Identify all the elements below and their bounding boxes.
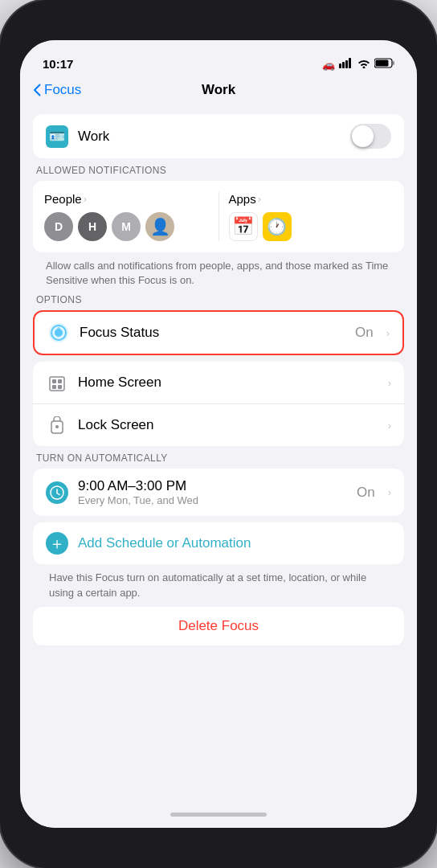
notif-description: Allow calls and notifications from peopl…	[46, 259, 391, 288]
svg-rect-11	[50, 377, 64, 391]
work-icon: 🪪	[46, 125, 68, 148]
wifi-icon	[357, 59, 370, 71]
car-icon: 🚗	[322, 59, 335, 71]
svg-rect-15	[58, 385, 62, 389]
options-label: OPTIONS	[33, 294, 404, 310]
home-indicator	[20, 800, 417, 828]
add-schedule-label: Add Schedule or Automation	[78, 535, 251, 551]
clock-app-icon: 🕐	[263, 212, 292, 241]
people-column[interactable]: People › D H M 👤	[44, 192, 209, 241]
avatar-d: D	[44, 212, 73, 241]
schedule-clock-icon	[46, 481, 68, 504]
turn-on-automatically-section: TURN ON AUTOMATICALLY 9:00 AM–3:00 PM Ev…	[33, 452, 404, 600]
app-icons-row: 📅 🕐	[229, 212, 394, 241]
schedule-row[interactable]: 9:00 AM–3:00 PM Every Mon, Tue, and Wed …	[33, 469, 404, 516]
people-chevron-icon: ›	[84, 193, 87, 205]
svg-rect-6	[393, 61, 394, 65]
home-screen-icon	[46, 371, 68, 394]
work-label: Work	[78, 129, 341, 145]
focus-status-chevron-icon: ›	[386, 327, 390, 339]
svg-rect-13	[58, 379, 62, 383]
scroll-content[interactable]: 🪪 Work ALLOWED NOTIFICATIONS People	[20, 104, 417, 800]
lock-screen-chevron-icon: ›	[388, 420, 391, 432]
work-toggle-section: 🪪 Work	[33, 114, 404, 158]
avatar-h: H	[78, 212, 107, 241]
lock-screen-icon	[46, 414, 68, 436]
schedule-value: On	[357, 485, 375, 501]
focus-status-row[interactable]: Focus Status On ›	[33, 310, 404, 355]
people-avatars: D H M 👤	[44, 212, 209, 241]
schedule-time: 9:00 AM–3:00 PM	[78, 478, 347, 494]
notch	[158, 0, 279, 24]
svg-rect-3	[349, 58, 351, 68]
avatar-photo: 👤	[145, 212, 174, 241]
phone-frame: 10:17 🚗 Focus Work	[0, 0, 437, 868]
focus-status-label: Focus Status	[80, 325, 345, 341]
svg-rect-5	[376, 60, 389, 67]
home-screen-label: Home Screen	[78, 375, 375, 391]
add-schedule-icon: ＋	[46, 532, 68, 555]
add-schedule-row[interactable]: ＋ Add Schedule or Automation	[33, 522, 404, 564]
home-bar	[170, 813, 267, 817]
avatar-m: M	[112, 212, 141, 241]
schedule-chevron-icon: ›	[388, 486, 391, 498]
schedule-card: 9:00 AM–3:00 PM Every Mon, Tue, and Wed …	[33, 469, 404, 516]
work-row: 🪪 Work	[33, 114, 404, 158]
battery-icon	[374, 58, 394, 71]
back-button[interactable]: Focus	[33, 82, 81, 98]
lock-screen-row[interactable]: Lock Screen ›	[33, 403, 404, 446]
options-section: OPTIONS Focus Status On ›	[33, 294, 404, 446]
allowed-notifications-section: ALLOWED NOTIFICATIONS People › D H M 👤	[33, 165, 404, 288]
allowed-notifications-label: ALLOWED NOTIFICATIONS	[33, 165, 404, 181]
status-icons: 🚗	[322, 58, 394, 71]
status-bar: 10:17 🚗	[20, 40, 417, 76]
svg-rect-14	[52, 385, 56, 389]
status-time: 10:17	[43, 57, 73, 71]
bottom-description: Have this Focus turn on automatically at…	[49, 571, 388, 600]
apps-title[interactable]: Apps ›	[229, 192, 394, 206]
nav-header: Focus Work	[20, 76, 417, 104]
apps-chevron-icon: ›	[258, 193, 261, 205]
people-title[interactable]: People ›	[44, 192, 209, 206]
home-screen-chevron-icon: ›	[388, 377, 391, 389]
toggle-knob	[352, 125, 374, 147]
svg-rect-0	[339, 63, 341, 68]
focus-status-value: On	[355, 325, 374, 341]
work-toggle-card: 🪪 Work	[33, 114, 404, 158]
apps-column[interactable]: Apps › 📅 🕐	[229, 192, 394, 241]
svg-rect-2	[345, 60, 348, 68]
focus-status-icon	[47, 321, 70, 344]
svg-point-10	[57, 327, 60, 330]
schedule-days: Every Mon, Tue, and Wed	[78, 494, 347, 506]
home-screen-row[interactable]: Home Screen ›	[33, 362, 404, 403]
lock-screen-label: Lock Screen	[78, 417, 375, 433]
page-title: Work	[202, 82, 235, 98]
screen-options-card: Home Screen › Lock Screen ›	[33, 362, 404, 446]
work-toggle[interactable]	[350, 124, 391, 149]
notifications-card: People › D H M 👤	[33, 181, 404, 252]
calendar-app-icon: 📅	[229, 212, 258, 241]
delete-focus-button[interactable]: Delete Focus	[33, 607, 404, 645]
turn-on-label: TURN ON AUTOMATICALLY	[33, 452, 404, 469]
svg-rect-12	[52, 379, 56, 383]
schedule-info: 9:00 AM–3:00 PM Every Mon, Tue, and Wed	[78, 478, 347, 506]
svg-point-17	[55, 425, 59, 428]
notif-divider	[218, 192, 219, 241]
svg-rect-1	[342, 62, 345, 68]
phone-screen: 10:17 🚗 Focus Work	[20, 40, 417, 828]
back-label: Focus	[44, 82, 81, 98]
signal-icon	[339, 58, 353, 71]
